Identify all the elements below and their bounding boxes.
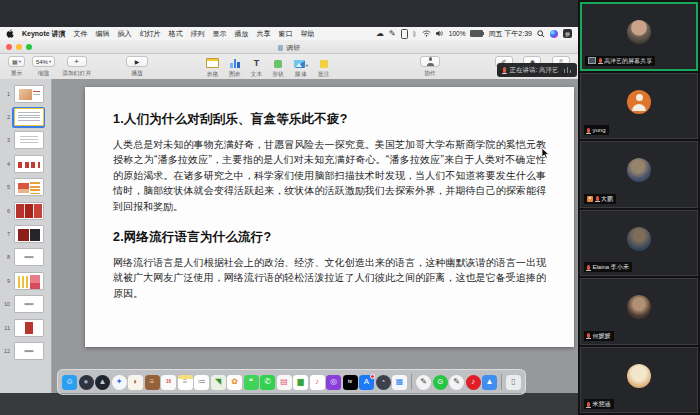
slide-number: 2 (0, 114, 12, 120)
comment-button[interactable] (320, 56, 329, 68)
dock-notes-icon[interactable]: ≡ (178, 375, 193, 390)
slide-thumbnail-3[interactable]: 3 (0, 129, 51, 152)
thumbnail-preview[interactable] (14, 342, 44, 360)
zoom-select[interactable]: 54%▾ (32, 56, 55, 67)
dock-trash-icon[interactable]: ▯ (506, 375, 521, 390)
thumbnail-preview-selected[interactable] (14, 108, 44, 126)
cloud-icon[interactable]: ☁ (376, 30, 384, 38)
device-icon[interactable] (401, 29, 408, 39)
menu-keynote[interactable]: Keynote 讲演 (22, 29, 66, 39)
slide-thumbnail-7[interactable]: 7 (0, 222, 51, 245)
menubar-clock[interactable]: 周五 下午2:39 (488, 29, 532, 39)
play-button[interactable]: ▶ (126, 56, 148, 67)
participant-tile[interactable]: Elaina 李小禾 (580, 210, 698, 277)
dock-preview-icon[interactable]: ◗ (128, 375, 143, 390)
dock-appletv-icon[interactable]: tv (343, 375, 358, 390)
dock-mountains-app-icon[interactable]: ▲ (482, 375, 497, 390)
chart-button[interactable] (230, 56, 240, 68)
menu-slide[interactable]: 幻灯片 (140, 29, 161, 39)
dock-calendar-icon[interactable]: 16 (161, 375, 176, 390)
dock-netease-music-icon[interactable]: ♪ (466, 375, 481, 390)
dock-appstore-icon[interactable]: A (359, 375, 374, 390)
participant-tile[interactable]: 大鹏 (580, 141, 698, 208)
menu-play[interactable]: 播放 (235, 29, 249, 39)
bluetooth-icon[interactable]: ᛒ (413, 30, 417, 38)
dock-music-icon[interactable]: ♪ (310, 375, 325, 390)
thumbnail-preview[interactable] (14, 155, 44, 173)
slide-thumbnail-6[interactable]: 6 (0, 199, 51, 222)
slide-thumbnail-12[interactable]: 12 (0, 339, 51, 362)
dock-contacts-icon[interactable]: ≡ (145, 375, 160, 390)
pencil-status-icon[interactable]: ✎ (389, 30, 396, 38)
participant-name-tag: 大鹏 (584, 194, 616, 204)
dock-numbers-icon[interactable]: ▆ (293, 375, 308, 390)
media-button[interactable]: ▾ (294, 56, 308, 68)
thumbnail-preview[interactable] (14, 178, 44, 196)
dock-safari-icon[interactable]: ✦ (112, 375, 127, 390)
slide-thumbnail-4[interactable]: 4 (0, 152, 51, 175)
participant-tile[interactable]: yung (580, 73, 698, 140)
dock-launchpad-icon[interactable]: ▲ (95, 375, 110, 390)
menu-help[interactable]: 帮助 (301, 29, 315, 39)
menu-share[interactable]: 共享 (257, 29, 271, 39)
slide-thumbnail-8[interactable]: 8 (0, 246, 51, 269)
dock-finder-icon[interactable]: ☺ (62, 375, 77, 390)
table-button[interactable] (206, 56, 219, 68)
collaborate-icon (426, 57, 435, 66)
menu-format[interactable]: 格式 (169, 29, 183, 39)
menu-view[interactable]: 显示 (213, 29, 227, 39)
dock-facetime-icon[interactable]: ✆ (260, 375, 275, 390)
collaborate-button[interactable] (420, 56, 440, 67)
shape-button[interactable] (274, 56, 283, 68)
slide-thumbnail-1[interactable]: 1 (0, 82, 51, 105)
dock-podcasts-icon[interactable]: ◎ (326, 375, 341, 390)
dock-keynote-icon[interactable]: ▦ (392, 375, 407, 390)
slide-thumbnail-11[interactable]: 11 (0, 316, 51, 339)
menu-insert[interactable]: 插入 (118, 29, 132, 39)
apple-menu-icon[interactable] (6, 29, 14, 38)
participant-tile-speaker[interactable]: 高洋艺的屏幕共享 (580, 2, 698, 71)
menu-window[interactable]: 窗口 (279, 29, 293, 39)
thumbnail-preview[interactable] (14, 319, 44, 337)
window-titlebar[interactable]: 调研 (0, 40, 578, 54)
volume-icon[interactable] (436, 30, 444, 37)
slide-thumbnail-10[interactable]: 10 (0, 293, 51, 316)
dock-system-gauge-icon[interactable]: ◔ (376, 375, 391, 390)
battery-icon[interactable] (470, 30, 483, 37)
menu-file[interactable]: 文件 (74, 29, 88, 39)
dock-reminders-icon[interactable]: ≔ (194, 375, 209, 390)
dock-messages-icon[interactable]: ❝ (244, 375, 259, 390)
search-icon[interactable] (537, 30, 545, 38)
thumbnail-preview[interactable] (14, 295, 44, 313)
view-button[interactable]: ▦▾ (8, 56, 25, 67)
wifi-icon[interactable] (422, 30, 431, 37)
dock-globe-icon[interactable]: ● (79, 375, 94, 390)
thumbnail-preview[interactable] (14, 225, 44, 243)
thumbnail-preview[interactable] (14, 85, 44, 103)
thumbnail-preview[interactable] (14, 248, 44, 266)
media-icon (294, 60, 305, 68)
participant-name: yung (593, 126, 606, 134)
menu-edit[interactable]: 编辑 (96, 29, 110, 39)
current-slide[interactable]: 1.人们为什么对刮刮乐、盲盒等乐此不疲? 人类总是对未知的事物充满好奇，甘愿冒风… (85, 87, 574, 347)
dock-wechat-icon[interactable]: ⊙ (433, 375, 448, 390)
slide-thumbnail-9[interactable]: 9 (0, 269, 51, 292)
text-button[interactable]: T (254, 56, 260, 68)
play-icon: ▶ (135, 58, 140, 65)
slide-thumbnail-5[interactable]: 5 (0, 176, 51, 199)
thumbnail-preview[interactable] (14, 202, 44, 220)
dock-pencil-app-icon[interactable]: ✎ (416, 375, 431, 390)
thumbnail-preview[interactable] (14, 272, 44, 290)
dock-news-icon[interactable]: ▤ (277, 375, 292, 390)
dock-maps-icon[interactable]: ◥ (211, 375, 226, 390)
dock-photos-icon[interactable]: ✿ (227, 375, 242, 390)
input-method-icon[interactable]: 拼 (563, 29, 572, 38)
participant-tile[interactable]: 何媛媛 (580, 278, 698, 345)
menu-arrange[interactable]: 排列 (191, 29, 205, 39)
siri-icon[interactable] (550, 30, 558, 38)
participant-tile[interactable]: 米慧涵 (580, 347, 698, 414)
dock-pencil-app2-icon[interactable]: ✎ (449, 375, 464, 390)
add-slide-button[interactable]: + (67, 56, 87, 67)
thumbnail-preview[interactable] (14, 131, 44, 149)
slide-thumbnail-2[interactable]: 2 (0, 105, 51, 128)
